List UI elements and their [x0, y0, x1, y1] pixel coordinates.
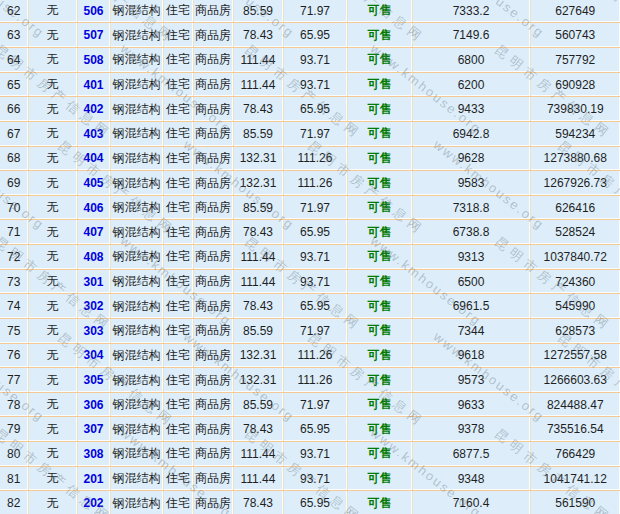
total-price-cell: 824488.47: [530, 392, 620, 417]
mortgage-status-cell: 无: [28, 171, 77, 196]
unit-price-cell: 9348: [412, 466, 530, 491]
sequence-number-cell: 64: [0, 48, 28, 73]
sale-status-cell: 可售: [347, 48, 412, 73]
sale-status-badge: 可售: [368, 323, 392, 337]
structure-cell: 钢混结构: [110, 269, 163, 294]
usage-cell: 住宅: [163, 48, 193, 73]
usage-cell: 住宅: [163, 146, 193, 171]
structure-cell: 钢混结构: [110, 171, 163, 196]
room-number-link[interactable]: 304: [83, 348, 103, 362]
room-number-link[interactable]: 404: [83, 151, 103, 165]
room-number-link[interactable]: 402: [83, 102, 103, 116]
sale-status-badge: 可售: [368, 299, 392, 313]
room-number-cell: 307: [77, 417, 110, 442]
sale-status-cell: 可售: [347, 72, 412, 97]
room-number-link[interactable]: 408: [83, 250, 103, 264]
sale-status-badge: 可售: [368, 348, 392, 362]
room-number-cell: 402: [77, 97, 110, 122]
usage-cell: 住宅: [163, 491, 193, 514]
table-row: 77无305钢混结构住宅商品房132.31111.26可售95731266603…: [0, 368, 620, 393]
total-price-cell: 545990: [530, 294, 620, 319]
mortgage-status-cell: 无: [28, 491, 77, 514]
room-number-link[interactable]: 406: [83, 201, 103, 215]
room-number-link[interactable]: 507: [83, 28, 103, 42]
inner-area-cell: 65.95: [283, 294, 347, 319]
house-type-cell: 商品房: [193, 294, 233, 319]
room-number-link[interactable]: 307: [83, 422, 103, 436]
inner-area-cell: 93.71: [283, 442, 347, 467]
house-type-cell: 商品房: [193, 121, 233, 146]
usage-cell: 住宅: [163, 220, 193, 245]
room-number-link[interactable]: 506: [83, 4, 103, 18]
structure-cell: 钢混结构: [110, 245, 163, 270]
table-row: 62无506钢混结构住宅商品房85.5971.97可售7333.2627649: [0, 0, 620, 23]
sequence-number-cell: 71: [0, 220, 28, 245]
room-number-cell: 305: [77, 368, 110, 393]
inner-area-cell: 93.71: [283, 466, 347, 491]
room-number-cell: 506: [77, 0, 110, 23]
house-type-cell: 商品房: [193, 0, 233, 23]
house-type-cell: 商品房: [193, 97, 233, 122]
unit-price-cell: 6942.8: [412, 121, 530, 146]
sequence-number-cell: 74: [0, 294, 28, 319]
mortgage-status-cell: 无: [28, 294, 77, 319]
room-number-link[interactable]: 201: [83, 472, 103, 486]
house-type-cell: 商品房: [193, 392, 233, 417]
room-number-link[interactable]: 403: [83, 127, 103, 141]
sale-status-badge: 可售: [368, 151, 392, 165]
sale-status-badge: 可售: [368, 496, 392, 510]
sequence-number-cell: 75: [0, 318, 28, 343]
sale-status-cell: 可售: [347, 294, 412, 319]
mortgage-status-cell: 无: [28, 466, 77, 491]
total-price-cell: 735516.54: [530, 417, 620, 442]
build-area-cell: 111.44: [233, 72, 283, 97]
sale-status-badge: 可售: [368, 225, 392, 239]
build-area-cell: 85.59: [233, 0, 283, 23]
room-number-cell: 302: [77, 294, 110, 319]
mortgage-status-cell: 无: [28, 318, 77, 343]
table-row: 78无306钢混结构住宅商品房85.5971.97可售9633824488.47: [0, 392, 620, 417]
sale-status-cell: 可售: [347, 23, 412, 48]
usage-cell: 住宅: [163, 23, 193, 48]
sale-status-badge: 可售: [368, 28, 392, 42]
table-body: 62无506钢混结构住宅商品房85.5971.97可售7333.26276496…: [0, 0, 620, 514]
inner-area-cell: 93.71: [283, 245, 347, 270]
room-number-link[interactable]: 302: [83, 299, 103, 313]
sale-status-badge: 可售: [368, 471, 392, 485]
table-row: 75无303钢混结构住宅商品房85.5971.97可售7344628573: [0, 318, 620, 343]
room-number-link[interactable]: 306: [83, 398, 103, 412]
build-area-cell: 132.31: [233, 343, 283, 368]
sequence-number-cell: 80: [0, 442, 28, 467]
build-area-cell: 85.59: [233, 121, 283, 146]
sale-status-badge: 可售: [368, 77, 392, 91]
room-number-link[interactable]: 407: [83, 225, 103, 239]
house-type-cell: 商品房: [193, 195, 233, 220]
room-number-link[interactable]: 401: [83, 78, 103, 92]
room-number-link[interactable]: 305: [83, 373, 103, 387]
room-number-link[interactable]: 301: [83, 275, 103, 289]
usage-cell: 住宅: [163, 392, 193, 417]
room-number-link[interactable]: 308: [83, 447, 103, 461]
inner-area-cell: 111.26: [283, 146, 347, 171]
room-number-link[interactable]: 202: [83, 496, 103, 510]
sale-status-cell: 可售: [347, 491, 412, 514]
structure-cell: 钢混结构: [110, 23, 163, 48]
room-number-link[interactable]: 303: [83, 324, 103, 338]
structure-cell: 钢混结构: [110, 220, 163, 245]
mortgage-status-cell: 无: [28, 48, 77, 73]
mortgage-status-cell: 无: [28, 146, 77, 171]
mortgage-status-cell: 无: [28, 220, 77, 245]
room-number-link[interactable]: 508: [83, 53, 103, 67]
table-row: 74无302钢混结构住宅商品房78.4365.95可售6961.5545990: [0, 294, 620, 319]
table-row: 70无406钢混结构住宅商品房85.5971.97可售7318.8626416: [0, 195, 620, 220]
room-number-link[interactable]: 405: [83, 176, 103, 190]
table-row: 72无408钢混结构住宅商品房111.4493.71可售93131037840.…: [0, 245, 620, 270]
structure-cell: 钢混结构: [110, 392, 163, 417]
structure-cell: 钢混结构: [110, 195, 163, 220]
total-price-cell: 561590: [530, 491, 620, 514]
total-price-cell: 1273880.68: [530, 146, 620, 171]
total-price-cell: 739830.19: [530, 97, 620, 122]
table-row: 71无407钢混结构住宅商品房78.4365.95可售6738.8528524: [0, 220, 620, 245]
mortgage-status-cell: 无: [28, 72, 77, 97]
sale-status-badge: 可售: [368, 373, 392, 387]
